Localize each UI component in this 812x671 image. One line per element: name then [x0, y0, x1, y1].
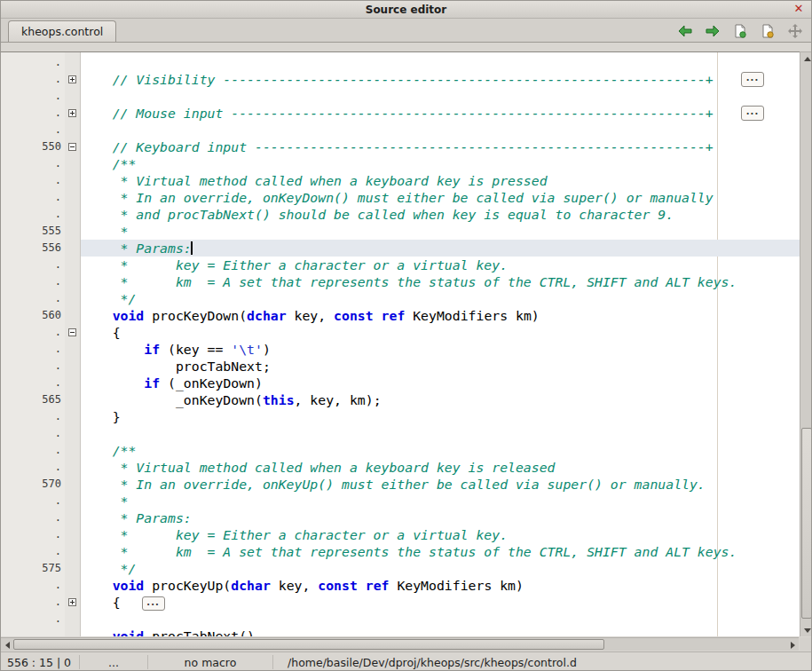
- code-text[interactable]: [81, 611, 800, 628]
- code-text[interactable]: if (_onKeyDown): [81, 375, 800, 391]
- code-line[interactable]: .: [1, 122, 800, 138]
- code-text[interactable]: * Params:: [81, 240, 800, 257]
- code-text[interactable]: _onKeyDown(this, key, km);: [81, 391, 800, 408]
- code-line[interactable]: . * km = A set that represents the statu…: [1, 543, 800, 560]
- code-line[interactable]: .: [1, 54, 800, 71]
- code-text[interactable]: [81, 425, 800, 442]
- code-text[interactable]: [81, 88, 800, 105]
- code-line[interactable]: . procTabNext;: [1, 358, 800, 375]
- code-line[interactable]: . void procKeyUp(dchar key, const ref Ke…: [1, 577, 800, 594]
- code-line[interactable]: . {...: [1, 594, 800, 611]
- code-text[interactable]: * key = Either a character or a virtual …: [81, 257, 800, 273]
- vertical-scrollbar[interactable]: [800, 51, 812, 636]
- code-line[interactable]: 565 _onKeyDown(this, key, km);: [1, 391, 800, 408]
- detach-button[interactable]: [786, 22, 804, 40]
- code-text[interactable]: * Params:: [81, 509, 800, 526]
- horizontal-scroll-thumb[interactable]: [13, 639, 604, 650]
- fold-toggle-icon[interactable]: [68, 143, 76, 151]
- code-text[interactable]: *: [81, 223, 800, 240]
- folded-block-button[interactable]: ...: [142, 596, 165, 611]
- code-line[interactable]: . /**: [1, 155, 800, 172]
- scroll-down-button[interactable]: [800, 624, 812, 636]
- code-text[interactable]: if (key == '\t'): [81, 341, 800, 358]
- code-text[interactable]: {: [81, 324, 800, 341]
- code-text[interactable]: void procKeyUp(dchar key, const ref KeyM…: [81, 577, 800, 594]
- code-line[interactable]: . // Visibility ------------------------…: [1, 71, 800, 88]
- scroll-right-button[interactable]: [786, 638, 799, 651]
- code-text[interactable]: * In an override, onKeyDown() must eithe…: [81, 189, 800, 206]
- go-forward-button[interactable]: [704, 22, 721, 40]
- titlebar[interactable]: Source editor ✕: [1, 1, 811, 19]
- code-line[interactable]: 550 // Keyboard input ------------------…: [1, 138, 800, 155]
- scroll-left-button[interactable]: [1, 638, 13, 651]
- code-text[interactable]: /**: [81, 155, 800, 172]
- code-text[interactable]: * km = A set that represents the status …: [81, 273, 800, 290]
- code-text[interactable]: // Mouse input -------------------------…: [81, 105, 800, 122]
- line-number: .: [1, 105, 65, 122]
- vertical-scroll-thumb[interactable]: [801, 428, 812, 619]
- code-token: dchar: [231, 578, 271, 593]
- code-text[interactable]: */: [81, 290, 800, 307]
- code-line[interactable]: 570 * In an override, onKeyUp() must eit…: [1, 476, 800, 493]
- document-add-button[interactable]: [731, 22, 749, 40]
- code-line[interactable]: . * In an override, onKeyDown() must eit…: [1, 189, 800, 206]
- code-text[interactable]: }: [81, 408, 800, 425]
- code-line[interactable]: . * Params:: [1, 509, 800, 526]
- scroll-up-icon: [804, 57, 811, 61]
- code-text[interactable]: [81, 54, 800, 71]
- code-line[interactable]: .: [1, 88, 800, 105]
- code-line[interactable]: . // Mouse input -----------------------…: [1, 105, 800, 122]
- fold-toggle-icon[interactable]: [68, 598, 76, 606]
- code-line[interactable]: 555 *: [1, 223, 800, 240]
- code-line[interactable]: 575 */: [1, 560, 800, 577]
- code-text[interactable]: * Virtual method called when a keyboard …: [81, 172, 800, 189]
- fold-gutter: [65, 391, 81, 408]
- fold-toggle-icon[interactable]: [68, 328, 76, 336]
- code-line[interactable]: . {: [1, 324, 800, 341]
- document-save-button[interactable]: [759, 22, 777, 40]
- code-line[interactable]: . *: [1, 493, 800, 509]
- code-text[interactable]: // Keyboard input ----------------------…: [81, 138, 800, 155]
- scroll-up-button[interactable]: [800, 52, 812, 65]
- fold-gutter: [65, 324, 81, 341]
- tab-kheops-control[interactable]: kheops.control: [8, 20, 116, 42]
- folded-block-button[interactable]: ...: [741, 72, 764, 87]
- code-line[interactable]: . * km = A set that represents the statu…: [1, 273, 800, 290]
- code-line[interactable]: .: [1, 611, 800, 628]
- horizontal-scrollbar[interactable]: [1, 637, 799, 651]
- code-text[interactable]: * km = A set that represents the status …: [81, 543, 800, 560]
- code-line[interactable]: . }: [1, 408, 800, 425]
- code-text[interactable]: procTabNext;: [81, 358, 800, 375]
- code-text[interactable]: */: [81, 560, 800, 577]
- code-line[interactable]: . if (_onKeyDown): [1, 375, 800, 391]
- code-text[interactable]: void procKeyDown(dchar key, const ref Ke…: [81, 307, 800, 324]
- code-line[interactable]: . * key = Either a character or a virtua…: [1, 257, 800, 273]
- code-text[interactable]: {...: [81, 594, 800, 611]
- code-line[interactable]: 556 * Params:: [1, 240, 800, 257]
- close-icon[interactable]: ✕: [792, 2, 806, 16]
- code-text[interactable]: void procTabNext(): [81, 628, 800, 636]
- code-text[interactable]: * and procTabNext() should be called whe…: [81, 206, 800, 223]
- code-line[interactable]: . * Virtual method called when a keyboar…: [1, 172, 800, 189]
- code-line[interactable]: . */: [1, 290, 800, 307]
- code-line[interactable]: . * Virtual method called when a keyboar…: [1, 459, 800, 476]
- code-line[interactable]: 560 void procKeyDown(dchar key, const re…: [1, 307, 800, 324]
- code-text[interactable]: // Visibility --------------------------…: [81, 71, 800, 88]
- code-text[interactable]: * In an override, onKeyUp() must either …: [81, 476, 800, 493]
- code-text[interactable]: *: [81, 493, 800, 509]
- code-line[interactable]: . if (key == '\t'): [1, 341, 800, 358]
- go-back-button[interactable]: [676, 22, 694, 40]
- code-line[interactable]: . /**: [1, 442, 800, 459]
- code-line[interactable]: .: [1, 425, 800, 442]
- code-text[interactable]: /**: [81, 442, 800, 459]
- code-text[interactable]: * key = Either a character or a virtual …: [81, 526, 800, 543]
- code-line[interactable]: . * key = Either a character or a virtua…: [1, 526, 800, 543]
- code-line[interactable]: . * and procTabNext() should be called w…: [1, 206, 800, 223]
- code-text[interactable]: [81, 122, 800, 138]
- fold-toggle-icon[interactable]: [68, 109, 76, 117]
- folded-block-button[interactable]: ...: [741, 106, 764, 121]
- fold-toggle-icon[interactable]: [68, 75, 76, 83]
- code-editor[interactable]: .. // Visibility -----------------------…: [1, 51, 800, 636]
- code-line[interactable]: . void procTabNext(): [1, 628, 800, 636]
- code-text[interactable]: * Virtual method called when a keyboard …: [81, 459, 800, 476]
